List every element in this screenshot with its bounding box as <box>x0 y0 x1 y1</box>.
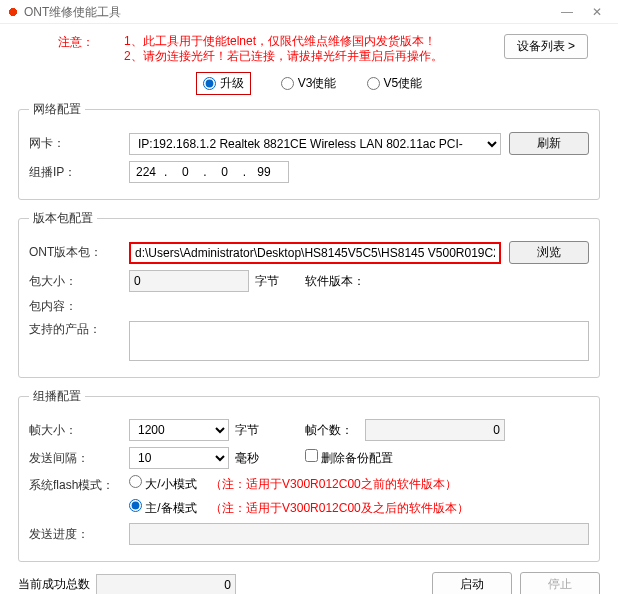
byte-unit: 字节 <box>255 273 279 290</box>
supported-product-label: 支持的产品： <box>29 321 129 338</box>
frame-count-label: 帧个数： <box>305 422 365 439</box>
mode-upgrade-radio[interactable] <box>203 77 216 90</box>
pkg-path-input[interactable] <box>129 242 501 264</box>
multicast-group: 组播配置 帧大小： 1200 字节 帧个数： 发送间隔： 10 毫秒 删除备份配… <box>18 388 600 562</box>
pkg-content-label: 包内容： <box>29 298 129 315</box>
package-legend: 版本包配置 <box>29 210 97 227</box>
flash-mode-label: 系统flash模式： <box>29 475 129 494</box>
supported-product-text <box>129 321 589 361</box>
delete-backup-checkbox[interactable]: 删除备份配置 <box>305 449 393 467</box>
window-title: ONT维修使能工具 <box>24 0 552 24</box>
network-group: 网络配置 网卡： IP:192.168.1.2 Realtek 8821CE W… <box>18 101 600 200</box>
device-list-button[interactable]: 设备列表 > <box>504 34 588 59</box>
notice-line1: 1、此工具用于使能telnet，仅限代维点维修国内发货版本！ <box>124 34 443 49</box>
multicast-legend: 组播配置 <box>29 388 85 405</box>
nic-label: 网卡： <box>29 135 129 152</box>
progress-label: 发送进度： <box>29 526 129 543</box>
frame-count-value <box>365 419 505 441</box>
mode-v3[interactable]: V3使能 <box>281 72 337 95</box>
refresh-button[interactable]: 刷新 <box>509 132 589 155</box>
mode-v5[interactable]: V5使能 <box>367 72 423 95</box>
pkg-size-value <box>129 270 249 292</box>
frame-size-label: 帧大小： <box>29 422 129 439</box>
flash-main-note: （注：适用于V300R012C00及之后的软件版本） <box>210 501 469 515</box>
network-legend: 网络配置 <box>29 101 85 118</box>
multicast-ip-input[interactable]: . . . <box>129 161 289 183</box>
pkg-size-label: 包大小： <box>29 273 129 290</box>
mode-upgrade[interactable]: 升级 <box>196 72 251 95</box>
multicast-ip-label: 组播IP： <box>29 164 129 181</box>
app-logo <box>6 5 20 19</box>
progress-bar <box>129 523 589 545</box>
notice-label: 注意： <box>58 34 94 64</box>
flash-big-small[interactable]: 大/小模式 <box>129 477 200 491</box>
browse-button[interactable]: 浏览 <box>509 241 589 264</box>
mode-v3-radio[interactable] <box>281 77 294 90</box>
flash-main-backup[interactable]: 主/备模式 <box>129 501 200 515</box>
interval-label: 发送间隔： <box>29 450 129 467</box>
frame-size-select[interactable]: 1200 <box>129 419 229 441</box>
close-button[interactable]: ✕ <box>582 0 612 24</box>
package-group: 版本包配置 ONT版本包： 浏览 包大小： 字节 软件版本： 包内容： 支持的产… <box>18 210 600 378</box>
start-button[interactable]: 启动 <box>432 572 512 594</box>
sw-version-label: 软件版本： <box>305 273 365 290</box>
flash-big-note: （注：适用于V300R012C00之前的软件版本） <box>210 477 457 491</box>
interval-select[interactable]: 10 <box>129 447 229 469</box>
notice-line2: 2、请勿连接光纤！若已连接，请拔掉光纤并重启后再操作。 <box>124 49 443 64</box>
pkg-path-label: ONT版本包： <box>29 244 129 261</box>
stop-button[interactable]: 停止 <box>520 572 600 594</box>
mode-v5-radio[interactable] <box>367 77 380 90</box>
success-count-label: 当前成功总数 <box>18 576 90 593</box>
minimize-button[interactable]: — <box>552 0 582 24</box>
nic-select[interactable]: IP:192.168.1.2 Realtek 8821CE Wireless L… <box>129 133 501 155</box>
success-count-value <box>96 574 236 595</box>
